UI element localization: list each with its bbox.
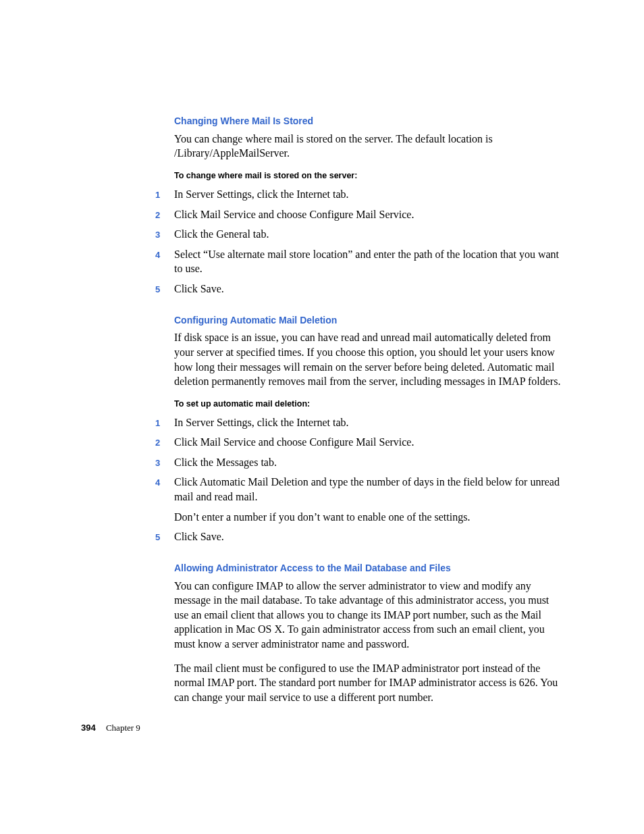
section-heading: Configuring Automatic Mail Deletion bbox=[174, 314, 566, 327]
step-number: 2 bbox=[155, 207, 174, 221]
chapter-label: Chapter 9 bbox=[106, 723, 140, 733]
step-number: 1 bbox=[155, 187, 174, 201]
body-paragraph: The mail client must be configured to us… bbox=[174, 661, 566, 705]
section-heading: Allowing Administrator Access to the Mai… bbox=[174, 562, 566, 575]
step-number: 5 bbox=[155, 282, 174, 296]
section-heading: Changing Where Mail Is Stored bbox=[174, 115, 566, 128]
step-number: 5 bbox=[155, 529, 174, 544]
section-admin-access: Allowing Administrator Access to the Mai… bbox=[174, 562, 566, 705]
step-text: Select “Use alternate mail store locatio… bbox=[174, 247, 566, 276]
step-item: 5 Click Save. bbox=[174, 282, 566, 296]
step-item: 3 Click the Messages tab. bbox=[174, 455, 566, 470]
step-note: Don’t enter a number if you don’t want t… bbox=[174, 510, 566, 525]
step-item: 3 Click the General tab. bbox=[174, 227, 566, 242]
body-paragraph: You can configure IMAP to allow the serv… bbox=[174, 579, 566, 652]
step-item: 1 In Server Settings, click the Internet… bbox=[174, 415, 566, 430]
page-footer: 394 Chapter 9 bbox=[81, 722, 140, 734]
step-item: 5 Click Save. bbox=[174, 529, 566, 544]
procedure-subhead: To change where mail is stored on the se… bbox=[174, 170, 566, 182]
step-item: 2 Click Mail Service and choose Configur… bbox=[174, 435, 566, 450]
step-list: 1 In Server Settings, click the Internet… bbox=[174, 187, 566, 296]
step-item: 1 In Server Settings, click the Internet… bbox=[174, 187, 566, 202]
page-number: 394 bbox=[81, 723, 96, 733]
body-paragraph: You can change where mail is stored on t… bbox=[174, 132, 566, 161]
step-number: 3 bbox=[155, 227, 174, 241]
step-number: 1 bbox=[155, 415, 174, 429]
step-text: In Server Settings, click the Internet t… bbox=[174, 187, 566, 202]
step-number: 4 bbox=[155, 247, 174, 261]
page-content: Changing Where Mail Is Stored You can ch… bbox=[174, 115, 566, 722]
step-text: Click the Messages tab. bbox=[174, 455, 566, 470]
step-text: Click Save. bbox=[174, 282, 566, 296]
section-automatic-deletion: Configuring Automatic Mail Deletion If d… bbox=[174, 314, 566, 544]
step-item: 4 Select “Use alternate mail store locat… bbox=[174, 247, 566, 276]
step-number: 3 bbox=[155, 455, 174, 469]
step-text: Click Automatic Mail Deletion and type t… bbox=[174, 475, 566, 504]
step-number: 2 bbox=[155, 435, 174, 449]
step-text: Click Save. bbox=[174, 529, 566, 544]
step-text: Click the General tab. bbox=[174, 227, 566, 242]
step-item: 2 Click Mail Service and choose Configur… bbox=[174, 207, 566, 222]
procedure-subhead: To set up automatic mail deletion: bbox=[174, 398, 566, 410]
body-paragraph: If disk space is an issue, you can have … bbox=[174, 330, 566, 388]
step-text: In Server Settings, click the Internet t… bbox=[174, 415, 566, 430]
step-number: 4 bbox=[155, 475, 174, 489]
step-item: 4 Click Automatic Mail Deletion and type… bbox=[174, 475, 566, 504]
step-text: Click Mail Service and choose Configure … bbox=[174, 207, 566, 222]
step-text: Click Mail Service and choose Configure … bbox=[174, 435, 566, 450]
step-list: 1 In Server Settings, click the Internet… bbox=[174, 415, 566, 544]
section-changing-mail-storage: Changing Where Mail Is Stored You can ch… bbox=[174, 115, 566, 296]
